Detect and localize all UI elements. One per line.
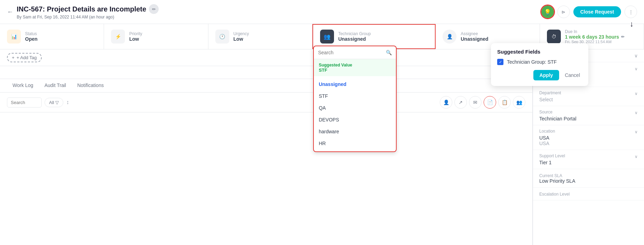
dropdown-item-stf[interactable]: STF — [314, 90, 396, 102]
close-request-button[interactable]: Close Request — [573, 6, 621, 17]
current-sla-value: Low Priority SLA — [539, 178, 638, 184]
sidebar-current-sla: Current SLA Low Priority SLA — [533, 169, 644, 188]
support-level-label: Support Level — [539, 153, 565, 158]
email-action-button[interactable]: ✉ — [469, 96, 482, 109]
priority-icon: ⚡ — [111, 30, 125, 44]
dropdown-item-hardware[interactable]: hardware — [314, 126, 396, 137]
left-panel: + + Add Tag More Details ∨ Work Log Audi… — [0, 49, 533, 245]
tab-work-log[interactable]: Work Log — [7, 79, 39, 92]
cancel-button[interactable]: Cancel — [563, 70, 582, 80]
checkbox-technician-group[interactable]: ✓ — [497, 59, 503, 65]
header-right: 💡 ↓ ⊳ Close Request ⋮ — [541, 6, 637, 18]
support-level-value: Tier 1 — [539, 160, 638, 165]
field-status[interactable]: 📊 Status Open — [0, 24, 104, 49]
suggested-popup-actions: Apply Cancel — [497, 70, 582, 80]
list-icon: 📋 — [502, 100, 508, 105]
due-icon: ⏱ — [547, 30, 561, 44]
department-chevron-icon: ∨ — [635, 91, 638, 96]
technician-group-value: Unassigned — [338, 36, 371, 42]
sidebar-department[interactable]: Department ∨ Select — [533, 87, 644, 106]
user-icon: 👤 — [443, 100, 449, 105]
urgency-value: Low — [233, 36, 249, 42]
field-technician-group[interactable]: 👥 Technician Group Unassigned 🔍 Suggeste… — [312, 24, 436, 49]
email-icon: ✉ — [473, 100, 477, 105]
dropdown-item-hr[interactable]: HR — [314, 137, 396, 149]
tabs-bar: Work Log Audit Trail Notifications — [0, 79, 532, 93]
share-action-button[interactable]: ↗ — [454, 96, 467, 109]
source-value: Technician Portal — [539, 116, 638, 121]
all-filter-button[interactable]: All ▽ — [45, 98, 63, 107]
filter-icon: ▽ — [55, 100, 59, 105]
dropdown-item-qa[interactable]: QA — [314, 102, 396, 114]
action-icons: 👤 ↗ ✉ 📄 📋 👥 — [440, 96, 525, 109]
source-label: Source — [539, 110, 552, 114]
urgency-label: Urgency — [233, 31, 249, 36]
page-header: ← INC-567: Project Details are Incomplet… — [0, 0, 644, 24]
back-button[interactable]: ← — [7, 8, 13, 16]
add-tag-button[interactable]: + + Add Tag — [7, 53, 42, 62]
content-search-input[interactable] — [7, 97, 42, 108]
sort-icon: ↕ — [66, 99, 69, 105]
tab-notifications[interactable]: Notifications — [72, 79, 109, 92]
suggested-field-label: Technician Group: STF — [507, 59, 557, 65]
sidebar-escalation-level: Escalation Level — [533, 188, 644, 200]
due-edit-icon[interactable]: ✏ — [621, 34, 625, 39]
tab-audit-trail[interactable]: Audit Trail — [39, 79, 72, 92]
edit-icon: ✏ — [152, 7, 156, 12]
assignee-label: Assignee — [461, 31, 488, 36]
sidebar-source[interactable]: Source ∨ Technician Portal — [533, 106, 644, 125]
department-value: Select — [539, 97, 638, 102]
suggested-fields-popup: Suggested Fields ✓ Technician Group: STF… — [491, 43, 588, 86]
suggested-popup-title: Suggested Fields — [497, 49, 582, 55]
status-value: Open — [25, 36, 38, 42]
suggestions-button[interactable]: 💡 — [541, 6, 554, 18]
suggested-value-section: Suggested Value STF — [314, 59, 396, 76]
bulb-icon: 💡 — [544, 9, 551, 15]
escalation-level-label: Escalation Level — [539, 192, 570, 197]
more-details-bar: More Details ∨ — [0, 66, 532, 79]
header-left: ← INC-567: Project Details are Incomplet… — [7, 4, 159, 19]
more-icon: ⋮ — [629, 9, 633, 15]
share-icon: ↗ — [459, 100, 463, 105]
search-icon: 🔍 — [386, 50, 392, 55]
pdf-action-button[interactable]: 📄 — [484, 96, 496, 109]
suggested-popup-row: ✓ Technician Group: STF — [497, 59, 582, 65]
list-action-button[interactable]: 📋 — [498, 96, 511, 109]
priority-label: Priority — [129, 31, 142, 36]
plus-icon: + — [12, 55, 15, 60]
sidebar-support-level[interactable]: Support Level ∨ Tier 1 — [533, 150, 644, 169]
dropdown-list: Unassigned STF QA DEVOPS hardware HR — [314, 76, 396, 151]
sidebar-location[interactable]: Location ∨ USA USA — [533, 125, 644, 150]
support-level-chevron-icon: ∨ — [635, 154, 638, 159]
navigate-button[interactable]: ⊳ — [557, 6, 570, 18]
dropdown-search-container: 🔍 — [314, 46, 396, 59]
actions-left: All ▽ ↕ — [7, 97, 69, 108]
dropdown-item-devops[interactable]: DEVOPS — [314, 114, 396, 126]
field-urgency[interactable]: 🕐 Urgency Low — [208, 24, 312, 49]
technician-group-icon: 👥 — [320, 30, 334, 44]
edit-title-button[interactable]: ✏ — [149, 4, 159, 14]
nav-icon: ⊳ — [562, 9, 565, 15]
apply-button[interactable]: Apply — [533, 70, 559, 80]
group-icon: 👥 — [516, 100, 522, 105]
location-value: USA — [539, 135, 638, 141]
dropdown-item-unassigned[interactable]: Unassigned — [314, 78, 396, 90]
dropdown-search-input[interactable] — [318, 50, 383, 55]
ticket-title: INC-567: Project Details are Incomplete — [17, 5, 146, 13]
more-options-button[interactable]: ⋮ — [625, 6, 637, 18]
due-label: Due In — [565, 29, 625, 34]
user-action-button[interactable]: 👤 — [440, 96, 452, 109]
suggested-value-text: STF — [319, 68, 391, 73]
group-action-button[interactable]: 👥 — [513, 96, 525, 109]
technician-group-label: Technician Group — [338, 31, 371, 36]
technician-group-dropdown: 🔍 Suggested Value STF Unassigned STF QA … — [313, 46, 397, 152]
sort-button[interactable]: ↕ — [66, 99, 69, 105]
source-chevron-icon: ∨ — [635, 110, 638, 115]
actions-bar: All ▽ ↕ 👤 ↗ ✉ 📄 📋 👥 — [0, 93, 532, 112]
field-priority[interactable]: ⚡ Priority Low — [104, 24, 208, 49]
requester-chevron-icon: ∨ — [634, 53, 638, 58]
category-chevron-icon: ∨ — [635, 66, 638, 71]
location-label: Location — [539, 129, 555, 134]
location-sub-value: USA — [539, 141, 638, 146]
assignee-value: Unassigned — [461, 36, 488, 42]
